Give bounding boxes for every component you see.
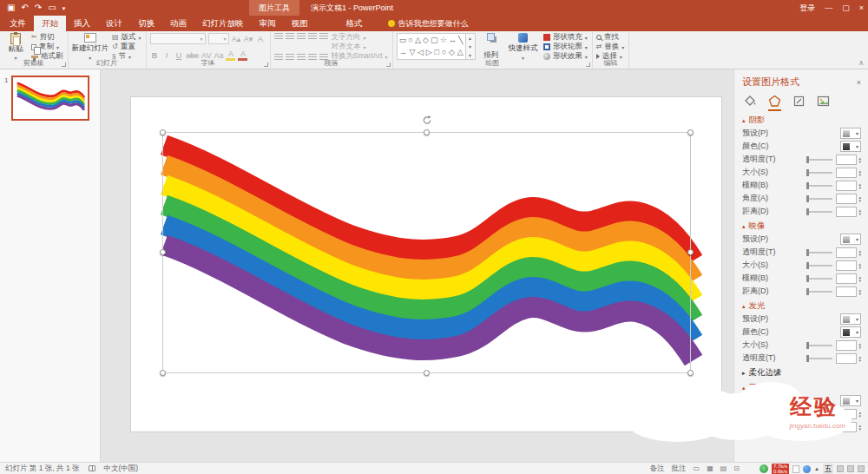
dropdown-button[interactable]: ▾	[840, 395, 861, 406]
indent-decrease-icon[interactable]	[297, 33, 306, 40]
shape-option[interactable]: ○	[408, 36, 412, 44]
cut-button[interactable]: ✂剪切	[31, 33, 63, 42]
shape-option[interactable]: ▽	[409, 49, 415, 56]
tell-me-box[interactable]: 告诉我您想要做什么	[383, 16, 474, 31]
redo-icon[interactable]: ↷	[35, 3, 42, 12]
gallery-up-icon[interactable]: ▴	[469, 35, 471, 41]
find-button[interactable]: 查找	[596, 33, 625, 42]
close-button[interactable]: ×	[859, 3, 864, 12]
shape-option[interactable]: △	[415, 36, 421, 44]
tab-design[interactable]: 设计	[98, 16, 130, 31]
save-icon[interactable]: ▣	[7, 3, 15, 12]
tray-notification-icon[interactable]	[858, 465, 865, 472]
shape-option[interactable]: □	[435, 49, 439, 56]
slide[interactable]	[131, 97, 721, 431]
spinner[interactable]: ▴▾	[858, 262, 861, 269]
slideshow-view-button[interactable]: ⊡	[733, 464, 740, 472]
section-header[interactable]: ▴映像	[742, 220, 861, 233]
value-input[interactable]	[836, 340, 857, 351]
slider[interactable]	[806, 345, 832, 346]
tab-slideshow[interactable]: 幻灯片放映	[194, 16, 252, 31]
value-input[interactable]	[836, 168, 857, 178]
shape-option[interactable]: ☆	[440, 36, 447, 44]
network-speed-monitor[interactable]: 7.7k/s 0.6k/s	[772, 464, 789, 474]
pane-close-icon[interactable]: ×	[857, 78, 861, 87]
spinner[interactable]: ▴▾	[858, 208, 861, 215]
shape-option[interactable]: →	[399, 49, 407, 56]
ime-indicator[interactable]: 五	[823, 464, 833, 474]
tray-browser-icon[interactable]	[803, 465, 811, 473]
new-slide-button[interactable]: 新建幻灯片 ▾	[72, 33, 109, 61]
sign-in-button[interactable]: 登录	[799, 3, 815, 14]
comments-button[interactable]: 批注	[672, 464, 687, 474]
slider[interactable]	[806, 159, 832, 161]
numbering-icon[interactable]	[286, 33, 294, 40]
effects-tab-icon[interactable]	[768, 95, 781, 111]
undo-icon[interactable]: ↶	[21, 3, 28, 12]
dropdown-button[interactable]: ▾	[840, 313, 861, 325]
tab-review[interactable]: 审阅	[252, 16, 284, 31]
tab-transitions[interactable]: 切换	[130, 16, 162, 31]
tab-format[interactable]: 格式	[339, 16, 371, 31]
spinner[interactable]: ▴▾	[858, 288, 861, 295]
replace-button[interactable]: ⇄替换▾	[596, 43, 625, 51]
line-spacing-icon[interactable]	[319, 33, 328, 40]
spinner[interactable]: ▴▾	[858, 355, 861, 362]
language-indicator[interactable]: 中文(中国)	[104, 464, 139, 474]
resize-handle-bottom-middle[interactable]	[424, 370, 430, 376]
arrange-button[interactable]: 排列	[479, 33, 503, 61]
slider[interactable]	[806, 198, 832, 200]
shape-fill-button[interactable]: 形状填充▾	[543, 33, 588, 42]
slider[interactable]	[806, 358, 832, 359]
reset-button[interactable]: ↺重置	[112, 43, 141, 51]
shape-option[interactable]: ▷	[426, 49, 432, 56]
value-input[interactable]: 0 磅	[831, 409, 857, 419]
shape-option[interactable]: ↔	[449, 36, 457, 44]
spinner[interactable]: ▴▾	[858, 342, 861, 349]
resize-handle-bottom-left[interactable]	[160, 370, 166, 376]
section-header[interactable]: ▴阴影	[742, 114, 861, 127]
bullets-icon[interactable]	[274, 33, 283, 40]
color-button[interactable]: ▾	[840, 141, 861, 152]
font-size-combo[interactable]: ▾	[208, 33, 229, 44]
value-input[interactable]	[836, 155, 857, 165]
spinner[interactable]: ▴▾	[858, 195, 861, 202]
tray-document-icon[interactable]	[792, 465, 799, 473]
spinner[interactable]: ▴▾	[858, 424, 861, 431]
size-properties-tab-icon[interactable]	[792, 95, 806, 111]
tray-accelerator-icon[interactable]: ↑	[760, 464, 768, 473]
shape-option[interactable]: △	[457, 49, 464, 56]
spinner[interactable]: ▴▾	[858, 156, 861, 163]
tab-file[interactable]: 文件	[2, 16, 34, 31]
slider[interactable]	[806, 185, 832, 187]
shape-option[interactable]: ▭	[399, 36, 407, 44]
dialog-launcher-icon[interactable]	[62, 63, 66, 67]
slider[interactable]	[806, 278, 832, 280]
reading-view-button[interactable]: ▤	[720, 464, 727, 472]
qat-customize-icon[interactable]: ▾	[62, 5, 66, 11]
spinner[interactable]: ▴▾	[858, 249, 861, 256]
dropdown-button[interactable]: ▾	[840, 234, 861, 245]
tab-view[interactable]: 视图	[284, 16, 316, 31]
shape-option[interactable]: ╲	[458, 36, 463, 44]
layout-button[interactable]: ▤版式▾	[112, 33, 141, 42]
value-input[interactable]	[836, 286, 857, 297]
tray-expand-icon[interactable]: ▲	[814, 466, 819, 471]
spinner[interactable]: ▴▾	[858, 169, 861, 176]
align-text-button[interactable]: 对齐文本▾	[332, 43, 388, 51]
shrink-font-button[interactable]: A▾	[244, 33, 253, 44]
resize-handle-bottom-right[interactable]	[687, 370, 694, 376]
quick-styles-button[interactable]: 快速样式 ▾	[507, 33, 540, 61]
section-header[interactable]: ▴发光	[742, 300, 861, 313]
value-input[interactable]	[836, 273, 857, 284]
start-slideshow-icon[interactable]: ▭	[48, 3, 56, 12]
resize-handle-top-left[interactable]	[160, 129, 166, 135]
section-header[interactable]: ▴三维格式	[742, 381, 861, 394]
dropdown-button[interactable]: ▾	[840, 128, 861, 139]
tray-volume-icon[interactable]	[837, 465, 844, 472]
notes-button[interactable]: 备注	[650, 464, 665, 474]
resize-handle-top-right[interactable]	[687, 129, 694, 135]
tab-animations[interactable]: 动画	[162, 16, 194, 31]
fill-line-tab-icon[interactable]	[744, 95, 757, 111]
tab-insert[interactable]: 插入	[66, 16, 98, 31]
